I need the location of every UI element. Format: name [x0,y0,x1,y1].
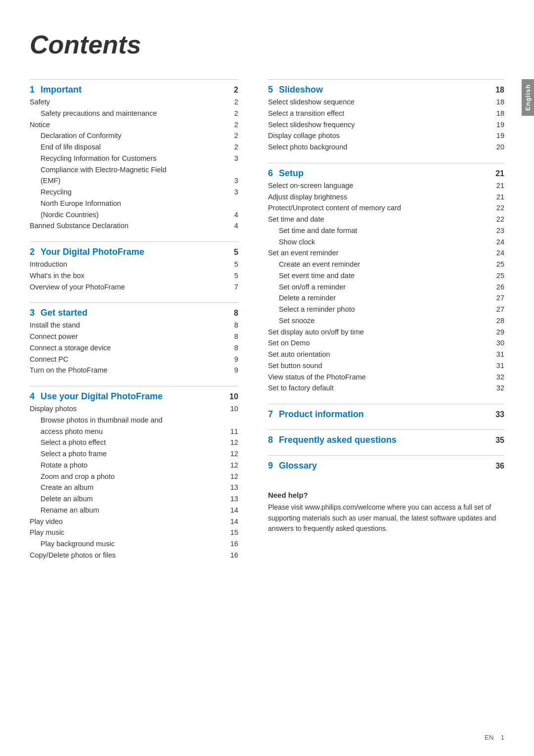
toc-item: Play video14 [30,517,238,527]
section-page-number: 2 [226,86,238,94]
toc-item-label: Display collage photos [268,131,492,142]
section-page-number: 35 [492,436,504,445]
toc-item-label: Adjust display brightness [268,192,492,203]
toc-item-label: Play video [30,517,226,527]
toc-item-page: 8 [226,332,238,340]
toc-item: Safety2 [30,97,238,108]
toc-item-page: 8 [226,344,238,352]
section-divider [268,455,504,456]
need-help-title: Need help? [268,491,504,499]
toc-item-label: Set time and date format [279,226,492,236]
section-title: Your Digital PhotoFrame [41,247,226,257]
toc-item: Connect PC9 [30,354,238,365]
page-footer: EN 1 [485,734,504,741]
toc-item-page: 2 [226,121,238,129]
toc-item-page: 3 [226,154,238,162]
section-title: Frequently asked questions [279,435,492,445]
toc-item-label: Browse photos in thumbnail mode and [41,415,226,426]
section-divider [30,241,238,242]
toc-item-page: 15 [226,528,238,536]
toc-item: Show clock24 [268,237,504,248]
toc-item-label: End of life disposal [41,142,226,153]
toc-item-page: 21 [492,193,504,201]
toc-item: Set display auto on/off by time29 [268,327,504,338]
toc-item-label: Connect power [30,331,226,342]
section-header-9: 9Glossary36 [268,461,504,471]
toc-item: (Nordic Countries)4 [30,210,238,221]
toc-item-label: Set button sound [268,361,492,372]
toc-item-label: Select a transition effect [268,108,492,119]
toc-item-label: Set snooze [279,316,492,327]
toc-item: Play music15 [30,527,238,538]
toc-item: Select photo background20 [268,142,504,153]
toc-item: Introduction5 [30,259,238,270]
toc-item-page: 2 [226,109,238,117]
section-header-4: 4Use your Digital PhotoFrame10 [30,391,238,402]
toc-item: Notice2 [30,120,238,131]
section-divider [268,404,504,404]
section-number: 6 [268,168,279,179]
toc-item-label: Connect a storage device [30,343,226,354]
toc-item: Set snooze28 [268,316,504,327]
section-number: 7 [268,409,279,420]
toc-item-page: 8 [226,321,238,329]
section-title: Get started [41,308,226,318]
toc-item-page: 24 [492,249,504,257]
toc-item: Declaration of Conformity2 [30,131,238,142]
toc-item-label: Install the stand [30,320,226,331]
toc-item-page: 12 [226,472,238,480]
toc-item-page: 5 [226,260,238,268]
toc-item: Protect/Unprotect content of memory card… [268,203,504,214]
section-header-7: 7Product information33 [268,409,504,420]
toc-item: Set auto orientation31 [268,349,504,360]
toc-item: Set event time and date25 [268,271,504,282]
section-3: 3Get started8Install the stand8Connect p… [30,302,238,376]
section-divider [30,302,238,303]
section-number: 1 [30,85,41,95]
toc-item: Play background music16 [30,539,238,550]
toc-item: Display collage photos19 [268,131,504,142]
toc-item: Set button sound31 [268,361,504,372]
toc-item: Select a photo frame12 [30,449,238,460]
section-title: Important [41,85,226,95]
section-header-1: 1Important2 [30,85,238,95]
toc-item: (EMF)3 [30,176,238,187]
toc-item: Select slideshow frequency19 [268,120,504,131]
toc-item-page: 2 [226,143,238,151]
toc-item-label: Zoom and crop a photo [41,472,226,482]
toc-item: Turn on the PhotoFrame9 [30,365,238,376]
toc-item-page: 19 [492,121,504,129]
toc-item-page: 30 [492,339,504,347]
page: English Contents 1Important2Safety2Safet… [0,0,534,756]
section-header-8: 8Frequently asked questions35 [268,435,504,445]
toc-item-label: Select on-screen language [268,181,492,191]
toc-item-page: 4 [226,211,238,219]
toc-item-label: Turn on the PhotoFrame [30,365,226,376]
section-divider [30,386,238,386]
toc-item-label: What's in the box [30,271,226,282]
toc-item-label: Set on/off a reminder [279,282,492,293]
section-divider [30,79,238,80]
toc-item: Compliance with Electro-Magnetic Field [30,165,238,176]
footer-page: 1 [501,734,504,741]
toc-item-label: Protect/Unprotect content of memory card [268,203,492,214]
section-title: Use your Digital PhotoFrame [41,391,226,402]
toc-item-page: 32 [492,384,504,392]
toc-item-label: Rename an album [41,505,226,516]
toc-item-page: 3 [226,188,238,196]
toc-item-label: Safety [30,97,226,108]
toc-item: Create an album13 [30,482,238,493]
toc-item: Set on Demo30 [268,338,504,349]
toc-item-page: 14 [226,518,238,525]
section-page-number: 5 [226,248,238,257]
section-number: 4 [30,391,41,402]
toc-item-page: 10 [226,405,238,413]
toc-item: Overview of your PhotoFrame7 [30,282,238,293]
toc-item-page: 12 [226,450,238,458]
toc-item: Select a transition effect18 [268,108,504,119]
section-page-number: 33 [492,410,504,419]
toc-item-label: access photo menu [41,426,226,437]
toc-item: North Europe Information [30,198,238,209]
toc-item-page: 31 [492,362,504,370]
toc-item: Install the stand8 [30,320,238,331]
